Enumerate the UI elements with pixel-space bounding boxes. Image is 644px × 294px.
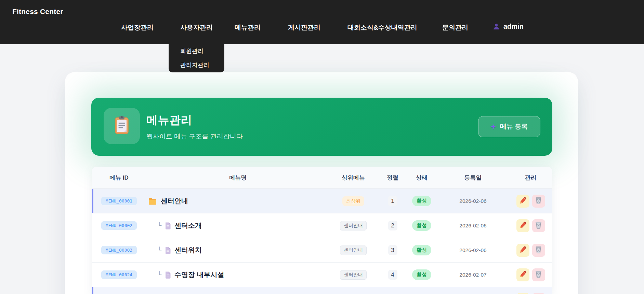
document-icon [165, 271, 171, 279]
dropdown-item-admins[interactable]: 관리자관리 [169, 58, 224, 72]
menu-name: 센터소개 [174, 221, 202, 230]
trash-icon [535, 246, 542, 254]
admin-username: admin [503, 23, 524, 30]
pencil-icon [519, 221, 527, 230]
delete-button[interactable] [532, 195, 545, 208]
sort-order: 1 [388, 196, 397, 206]
sort-order: 2 [388, 221, 397, 230]
pencil-icon [519, 197, 527, 205]
table-row: MENU_00002 └ 센터소개 센터안내 2 활성 2026-02-06 [92, 213, 552, 238]
trash-icon [535, 270, 542, 279]
nav-item-business[interactable]: 사업장관리 [121, 23, 154, 32]
add-menu-button-label: 메뉴 등록 [500, 122, 528, 131]
delete-button[interactable] [532, 244, 545, 257]
table-header-row: 메뉴 ID 메뉴명 상위메뉴 정렬 상태 등록일 관리 [92, 167, 552, 189]
column-header-menu-name: 메뉴명 [146, 174, 328, 182]
delete-button[interactable] [532, 219, 545, 232]
sort-order: 4 [388, 270, 397, 280]
plus-icon: + [491, 122, 496, 131]
page-header-card: 메뉴관리 웹사이트 메뉴 구조를 관리합니다 + 메뉴 등록 [91, 98, 552, 156]
edit-button[interactable] [516, 219, 529, 232]
nav-item-inquiries[interactable]: 문의관리 [442, 23, 468, 32]
parent-menu-badge: 센터안내 [340, 246, 367, 255]
table-row: MENU_00001 센터안내 최상위 1 활성 2026-02-06 [92, 189, 552, 213]
sort-order: 3 [388, 245, 397, 255]
hero-icon-tile [104, 108, 140, 144]
table-row: MENU_00003 └ 센터위치 센터안내 3 활성 2026-02-06 [92, 238, 552, 263]
registered-date: 2026-02-06 [437, 223, 509, 229]
menu-name: 수영장 내부시설 [174, 270, 224, 279]
registered-date: 2026-02-07 [437, 272, 509, 278]
user-management-dropdown: 회원관리 관리자관리 [169, 42, 224, 72]
trash-icon [535, 197, 542, 205]
status-badge: 활성 [412, 269, 431, 280]
dropdown-item-members[interactable]: 회원관리 [169, 44, 224, 58]
edit-button[interactable] [516, 244, 529, 257]
menu-table: 메뉴 ID 메뉴명 상위메뉴 정렬 상태 등록일 관리 MENU_00001 센… [92, 167, 552, 294]
column-header-date: 등록일 [437, 174, 509, 182]
parent-menu-badge: 최상위 [342, 196, 364, 206]
status-badge: 활성 [412, 196, 431, 206]
trash-icon [535, 221, 542, 230]
folder-icon [148, 197, 157, 205]
parent-menu-badge: 센터안내 [340, 221, 367, 230]
delete-button[interactable] [532, 268, 545, 281]
edit-button[interactable] [516, 268, 529, 281]
menu-id-badge: MENU_00003 [101, 246, 137, 254]
column-header-sort: 정렬 [379, 174, 406, 182]
add-menu-button[interactable]: + 메뉴 등록 [478, 116, 540, 137]
admin-account-menu[interactable]: admin [492, 23, 524, 30]
person-icon [492, 23, 500, 30]
status-badge: 활성 [412, 220, 431, 231]
top-navigation-bar: Fitness Center 사업장관리 사용자관리 메뉴관리 게시판관리 대회… [0, 0, 644, 44]
nav-item-users[interactable]: 사용자관리 [180, 23, 213, 32]
page-subtitle: 웹사이트 메뉴 구조를 관리합니다 [146, 132, 243, 141]
pencil-icon [519, 246, 527, 254]
registered-date: 2026-02-06 [437, 198, 509, 204]
edit-button[interactable] [516, 195, 529, 208]
table-row: 활성 [92, 287, 552, 294]
column-header-actions: 관리 [509, 174, 552, 182]
menu-id-badge: MENU_00001 [101, 197, 137, 205]
parent-menu-badge: 센터안내 [340, 270, 367, 280]
table-row: MENU_00024 └ 수영장 내부시설 센터안내 4 활성 2026-02-… [92, 263, 552, 287]
document-icon [165, 247, 171, 254]
column-header-menu-id: 메뉴 ID [92, 174, 146, 182]
menu-name: 센터안내 [161, 196, 188, 206]
tree-branch-glyph: └ [157, 247, 163, 254]
nav-item-competitions[interactable]: 대회소식&수상내역관리 [347, 23, 417, 32]
pencil-icon [519, 270, 527, 279]
tree-branch-glyph: └ [157, 222, 163, 229]
menu-name: 센터위치 [174, 246, 202, 255]
nav-item-menus[interactable]: 메뉴관리 [235, 23, 261, 32]
clipboard-icon [113, 115, 131, 137]
status-badge: 활성 [412, 245, 431, 255]
registered-date: 2026-02-06 [437, 247, 509, 253]
column-header-parent-menu: 상위메뉴 [328, 174, 379, 182]
menu-id-badge: MENU_00024 [101, 270, 137, 279]
menu-id-badge: MENU_00002 [101, 221, 137, 230]
tree-branch-glyph: └ [157, 271, 163, 278]
nav-item-boards[interactable]: 게시판관리 [288, 23, 320, 32]
document-icon [165, 222, 171, 229]
brand-logo: Fitness Center [12, 8, 63, 16]
page-title: 메뉴관리 [146, 113, 192, 128]
column-header-status: 상태 [406, 174, 437, 182]
